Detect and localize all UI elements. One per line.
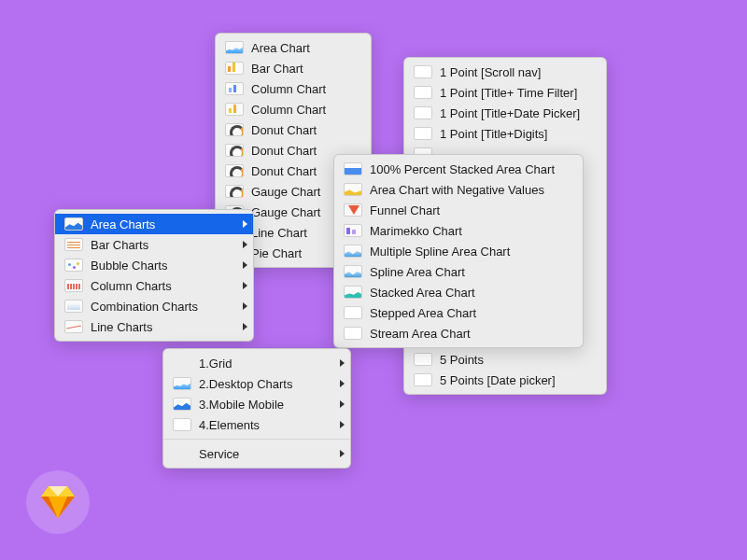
- menu-item-label: Stepped Area Chart: [370, 306, 566, 320]
- chart-thumbnail-icon: [225, 82, 244, 95]
- chart-thumbnail-icon: [173, 377, 191, 390]
- submenu-arrow-icon: [340, 421, 345, 428]
- menu-item-label: Marimekko Chart: [370, 224, 566, 238]
- chart-types-item[interactable]: Donut Chart: [216, 119, 371, 140]
- numbered-item[interactable]: Service: [163, 443, 350, 464]
- sketch-logo-badge: [26, 470, 90, 534]
- area-subtypes-item[interactable]: Spline Area Chart: [334, 261, 583, 282]
- submenu-arrow-icon: [243, 220, 247, 228]
- menu-item-label: 4.Elements: [199, 418, 333, 432]
- menu-item-label: Area Chart: [251, 41, 354, 55]
- numbered-item[interactable]: 1.Grid: [163, 353, 350, 373]
- menu-item-label: 2.Desktop Charts: [199, 377, 333, 391]
- chart-types-item[interactable]: Area Chart: [216, 37, 371, 58]
- submenu-arrow-icon: [340, 380, 345, 387]
- menu-item-label: Bar Charts: [91, 238, 236, 252]
- submenu-arrow-icon: [243, 261, 247, 269]
- menu-item-label: Column Chart: [251, 103, 354, 117]
- chart-types-item[interactable]: Column Chart: [216, 78, 371, 99]
- blank-icon: [173, 418, 191, 431]
- menu-item-label: Combination Charts: [91, 300, 236, 314]
- area-subtypes-item[interactable]: Stacked Area Chart: [334, 282, 583, 302]
- submenu-arrow-icon: [340, 359, 345, 367]
- area-subtypes-item[interactable]: Area Chart with Negative Values: [334, 179, 583, 200]
- area-subtypes-item[interactable]: Multiple Spline Area Chart: [334, 241, 583, 261]
- submenu-arrow-icon: [340, 450, 345, 457]
- blank-icon: [414, 373, 432, 386]
- menu-item-label: 1 Point [Scroll nav]: [440, 65, 589, 79]
- chart-thumbnail-icon: [344, 265, 362, 278]
- submenu-arrow-icon: [340, 400, 345, 408]
- chart-thumbnail-icon: [344, 286, 362, 299]
- categories-item[interactable]: Bubble Charts: [55, 255, 253, 275]
- submenu-arrow-icon: [243, 282, 247, 289]
- menu-item-label: 1 Point [Title+Date Picker]: [440, 106, 589, 120]
- menu-item-label: 1 Point [Title+ Time Filter]: [440, 86, 589, 100]
- chart-types-item[interactable]: Bar Chart: [216, 58, 371, 78]
- chart-thumbnail-icon: [344, 245, 362, 258]
- submenu-arrow-icon: [243, 323, 247, 330]
- categories-item[interactable]: Column Charts: [55, 275, 253, 296]
- blank-icon: [414, 65, 432, 78]
- chart-thumbnail-icon: [225, 123, 244, 136]
- chart-thumbnail-icon: [225, 41, 244, 54]
- chart-thumbnail-icon: [64, 279, 83, 292]
- submenu-arrow-icon: [243, 302, 247, 310]
- blank-icon: [414, 353, 432, 366]
- chart-thumbnail-icon: [225, 164, 244, 177]
- blank-icon: [173, 447, 191, 460]
- chart-thumbnail-icon: [64, 217, 83, 231]
- submenu-arrow-icon: [243, 241, 247, 248]
- numbered-item[interactable]: 4.Elements: [163, 414, 350, 435]
- points-item[interactable]: 5 Points: [404, 349, 606, 370]
- chart-thumbnail-icon: [344, 162, 362, 175]
- blank-icon: [414, 106, 432, 119]
- points-item[interactable]: 1 Point [Title+Digits]: [404, 123, 606, 144]
- menu-chart-categories[interactable]: Area ChartsBar ChartsBubble ChartsColumn…: [54, 209, 254, 342]
- categories-item[interactable]: Combination Charts: [55, 296, 253, 316]
- area-subtypes-item[interactable]: 100% Percent Stacked Area Chart: [334, 159, 583, 179]
- menu-item-label: Service: [199, 447, 333, 461]
- points-item[interactable]: 1 Point [Title+Date Picker]: [404, 103, 606, 123]
- menu-item-label: Area Chart with Negative Values: [370, 183, 566, 197]
- chart-thumbnail-icon: [173, 398, 191, 411]
- area-subtypes-item[interactable]: Stepped Area Chart: [334, 302, 583, 323]
- categories-item[interactable]: Area Charts: [55, 214, 253, 234]
- menu-area-subtypes[interactable]: 100% Percent Stacked Area ChartArea Char…: [333, 154, 584, 348]
- area-subtypes-item[interactable]: Funnel Chart: [334, 200, 583, 220]
- menu-item-label: Column Charts: [91, 279, 236, 293]
- sketch-icon: [41, 486, 75, 518]
- menu-item-label: Funnel Chart: [370, 203, 566, 217]
- points-item[interactable]: 1 Point [Scroll nav]: [404, 62, 606, 82]
- menu-numbered[interactable]: 1.Grid2.Desktop Charts3.Mobile Mobile4.E…: [162, 348, 351, 469]
- area-subtypes-item[interactable]: Marimekko Chart: [334, 220, 583, 241]
- menu-item-label: 1 Point [Title+Digits]: [440, 127, 589, 141]
- menu-item-label: 3.Mobile Mobile: [199, 398, 333, 412]
- categories-item[interactable]: Bar Charts: [55, 234, 253, 255]
- menu-item-label: 100% Percent Stacked Area Chart: [370, 162, 566, 176]
- chart-types-item[interactable]: Column Chart: [216, 99, 371, 119]
- numbered-item[interactable]: 2.Desktop Charts: [163, 373, 350, 394]
- blank-icon: [173, 357, 191, 370]
- menu-item-label: Bar Chart: [251, 62, 354, 76]
- menu-item-label: Multiple Spline Area Chart: [370, 245, 566, 259]
- chart-thumbnail-icon: [64, 259, 83, 272]
- blank-icon: [414, 86, 432, 99]
- chart-thumbnail-icon: [344, 224, 362, 237]
- points-item[interactable]: 5 Points [Date picker]: [404, 370, 606, 390]
- chart-thumbnail-icon: [344, 203, 362, 217]
- menu-item-label: Bubble Charts: [91, 259, 236, 273]
- points-item[interactable]: 1 Point [Title+ Time Filter]: [404, 82, 606, 103]
- menu-item-label: 5 Points [Date picker]: [440, 373, 589, 387]
- blank-icon: [344, 306, 362, 319]
- menu-item-label: Area Charts: [91, 217, 236, 231]
- chart-thumbnail-icon: [225, 103, 244, 116]
- menu-item-label: Stream Area Chart: [370, 327, 566, 341]
- area-subtypes-item[interactable]: Stream Area Chart: [334, 323, 583, 343]
- blank-icon: [414, 127, 432, 140]
- menu-item-label: Donut Chart: [251, 123, 354, 137]
- numbered-item[interactable]: 3.Mobile Mobile: [163, 394, 350, 414]
- categories-item[interactable]: Line Charts: [55, 316, 253, 337]
- menu-item-label: Spline Area Chart: [370, 265, 566, 279]
- chart-thumbnail-icon: [225, 62, 244, 75]
